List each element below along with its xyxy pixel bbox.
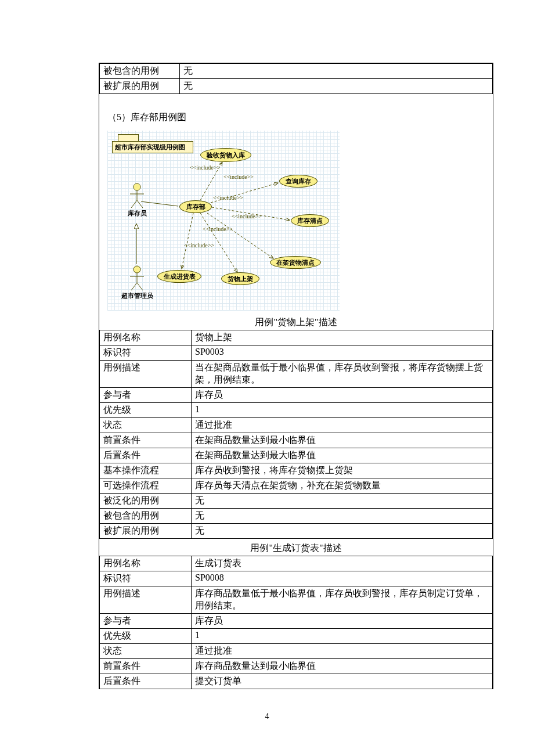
cell-value: 1 [192,629,493,644]
cell-value: SP0003 [192,345,493,361]
table-row: 被包含的用例 无 [100,64,493,79]
cell-label: 优先级 [100,629,192,644]
table-row: 用例描述库存商品数量低于最小临界值，库存员收到警报，库存员制定订货单，用例结束。 [100,586,493,614]
usecase-gen-purchase: 生成进货表 [157,270,201,283]
cell-label: 用例名称 [100,556,192,571]
cell-value: 无 [192,494,493,509]
cell-label: 状态 [100,418,192,433]
cell-value: 货物上架 [192,330,493,345]
svg-point-5 [134,266,140,273]
cell-label: 前置条件 [100,433,192,448]
table-row: 优先级1 [100,629,493,644]
svg-line-8 [131,283,137,290]
table-row: 前置条件在架商品数量达到最小临界值 [100,433,493,448]
usecase-shelf-count: 在架货物清点 [270,256,321,269]
usecase-inventory-dept: 库存部 [179,200,212,213]
table-row: 后置条件在架商品数量达到最大临界值 [100,448,493,463]
stereotype-label: <<include>> [184,242,214,249]
cell-value: 库存员 [192,614,493,629]
note-tab [118,134,139,141]
spec-table-1: 用例名称货物上架 标识符SP0003 用例描述当在架商品数量低于最小临界值，库存… [99,330,493,539]
stereotype-label: <<include>> [232,213,262,219]
cell-value: 通过批准 [192,644,493,659]
cell-value: 1 [192,403,493,418]
usecase-receive-goods: 验收货物入库 [200,148,251,162]
cell-label: 被扩展的用例 [100,524,192,539]
cell-label: 被包含的用例 [100,509,192,524]
cell-value: 库存员收到警报，将库存货物摆上货架 [192,463,493,478]
table-row: 被包含的用例无 [100,509,493,524]
table-row: 参与者库存员 [100,388,493,403]
actor-label: 库存员 [121,209,153,218]
cell-value: 库存商品数量达到最小临界值 [192,659,493,674]
cell-label: 可选操作流程 [100,478,192,494]
table-row: 被泛化的用例无 [100,494,493,509]
cell-value: 通过批准 [192,418,493,433]
cell-value: 库存员每天清点在架货物，补充在架货物数量 [192,478,493,494]
cell-value: 当在架商品数量低于最小临界值，库存员收到警报，将库存货物摆上货架，用例结束。 [192,361,493,388]
usecase-goods-shelve: 货物上架 [221,272,259,285]
top-mini-table: 被包含的用例 无 被扩展的用例 无 [99,63,493,94]
table-row: 可选操作流程库存员每天清点在架货物，补充在架货物数量 [100,478,493,494]
table-caption-2: 用例"生成订货表"描述 [99,539,493,556]
diagram-wrap: 超市库存部实现级用例图 库存员 [99,127,493,313]
page-frame: 被包含的用例 无 被扩展的用例 无 （5）库存部用例图 超市库存部实现级用例图 … [99,63,493,689]
svg-line-14 [207,213,273,258]
svg-line-3 [131,200,137,208]
page-number: 4 [0,712,534,721]
cell-value: 无 [180,79,493,94]
table-row: 用例名称货物上架 [100,330,493,345]
table-caption-1: 用例"货物上架"描述 [99,313,493,330]
table-row: 后置条件提交订货单 [100,674,493,689]
cell-value: 库存员 [192,388,493,403]
cell-label: 标识符 [100,571,192,586]
cell-value: 库存商品数量低于最小临界值，库存员收到警报，库存员制定订货单，用例结束。 [192,586,493,614]
table-row: 被扩展的用例 无 [100,79,493,94]
table-row: 标识符SP0008 [100,571,493,586]
table-row: 基本操作流程库存员收到警报，将库存货物摆上货架 [100,463,493,478]
cell-label: 参与者 [100,388,192,403]
cell-value: 提交订货单 [192,674,493,689]
cell-value: 无 [192,509,493,524]
cell-label: 用例描述 [100,586,192,614]
cell-value: 无 [180,64,493,79]
cell-label: 标识符 [100,345,192,361]
cell-label: 优先级 [100,403,192,418]
cell-label: 参与者 [100,614,192,629]
table-row: 标识符SP0003 [100,345,493,361]
actor-inventory-clerk: 库存员 [121,183,153,218]
cell-label: 用例名称 [100,330,192,345]
table-row: 前置条件库存商品数量达到最小临界值 [100,659,493,674]
cell-label: 基本操作流程 [100,463,192,478]
table-row: 用例名称生成订货表 [100,556,493,571]
stereotype-label: <<include>> [190,164,220,171]
cell-label: 后置条件 [100,448,192,463]
actor-supermarket-admin: 超市管理员 [116,265,158,300]
stereotype-label: <<include>> [203,226,233,232]
cell-label: 后置条件 [100,674,192,689]
cell-value: SP0008 [192,571,493,586]
svg-point-0 [134,183,140,190]
diagram-note: 超市库存部实现级用例图 [112,141,193,153]
table-row: 状态通过批准 [100,418,493,433]
cell-label: 用例描述 [100,361,192,388]
actor-icon [130,183,144,208]
cell-label: 被泛化的用例 [100,494,192,509]
table-row: 用例描述当在架商品数量低于最小临界值，库存员收到警报，将库存货物摆上货架，用例结… [100,361,493,388]
svg-line-4 [137,200,143,208]
table-row: 被扩展的用例无 [100,524,493,539]
cell-value: 在架商品数量达到最大临界值 [192,448,493,463]
table-row: 状态通过批准 [100,644,493,659]
cell-value: 生成订货表 [192,556,493,571]
svg-line-9 [137,283,143,290]
cell-label: 被扩展的用例 [100,79,180,94]
cell-label: 被包含的用例 [100,64,180,79]
spec-table-2: 用例名称生成订货表 标识符SP0008 用例描述库存商品数量低于最小临界值，库存… [99,556,493,689]
cell-label: 状态 [100,644,192,659]
cell-value: 在架商品数量达到最小临界值 [192,433,493,448]
table-row: 参与者库存员 [100,614,493,629]
stereotype-label: <<include>> [223,174,254,180]
svg-line-16 [182,213,193,269]
actor-label: 超市管理员 [116,291,158,300]
usecase-stock-count: 库存清点 [291,214,329,227]
